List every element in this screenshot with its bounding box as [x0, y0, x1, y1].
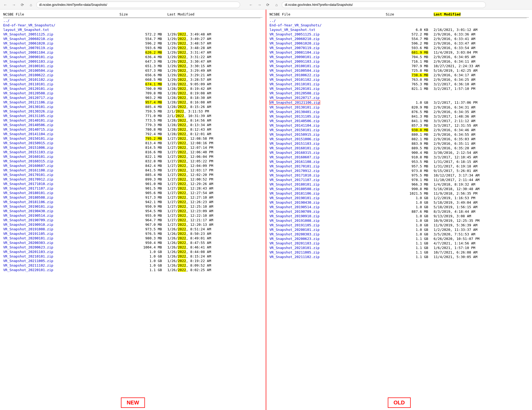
- file-link[interactable]: VR_Snapshot_20191008.zip: [3, 227, 53, 231]
- file-link[interactable]: VR_Snapshot_20130401.zip: [269, 110, 320, 114]
- file-link[interactable]: VR_Snapshot_20191105.zip: [3, 232, 53, 236]
- file-link[interactable]: VR_Snapshot_20190709.zip: [3, 218, 53, 222]
- file-link[interactable]: VR_Snapshot_20211102.zip: [269, 255, 320, 259]
- file-link[interactable]: VR_Snapshot_20190709.zip: [269, 210, 320, 214]
- file-link[interactable]: VR_Snapshot_20190430.zip: [269, 200, 320, 204]
- address-bar-right[interactable]: [282, 2, 486, 8]
- file-link[interactable]: VR_Snapshot_20160101.zip: [3, 155, 53, 159]
- back-button[interactable]: ←: [2, 2, 9, 8]
- file-link[interactable]: VR_Snapshot_20121106.zip: [3, 100, 53, 104]
- file-link[interactable]: VR_Snapshot_20181106.zip: [3, 200, 53, 204]
- file-link[interactable]: VR_Snapshot_20120508.zip: [269, 91, 320, 95]
- file-link[interactable]: VR_Snapshot_20171010.zip: [3, 182, 53, 186]
- file-link[interactable]: VR_Snapshot_20170912.zip: [269, 169, 320, 173]
- file-link[interactable]: VR_Snapshot_20101102.zip: [3, 78, 53, 82]
- file-link[interactable]: VR_Snapshot_20190101.zip: [269, 196, 320, 200]
- file-link[interactable]: VR_Snapshot_20131105.zip: [269, 114, 320, 118]
- file-link[interactable]: VR_Snapshot_20121106.zip: [269, 100, 320, 105]
- address-bar[interactable]: [36, 2, 240, 8]
- file-link[interactable]: VR_Snapshot_20171107.zip: [3, 186, 53, 190]
- parent-link[interactable]: ../: [3, 19, 9, 23]
- forward-button[interactable]: →: [11, 2, 17, 8]
- file-link[interactable]: VR_Snapshot_20061020.zip: [269, 41, 320, 45]
- file-link[interactable]: VR_Snapshot_20171107.zip: [269, 178, 320, 182]
- file-link[interactable]: VR_Snapshot_20110101.zip: [269, 82, 320, 86]
- file-link[interactable]: VR_Snapshot_20160315.zip: [3, 159, 53, 163]
- file-link[interactable]: VR_Snapshot_20150101.zip: [3, 136, 53, 140]
- file-link[interactable]: VR_Snapshot_20190910.zip: [3, 223, 53, 227]
- file-link[interactable]: VR_Snapshot_20081104.zip: [269, 50, 320, 54]
- file-link[interactable]: VR_Snapshot_20091103.zip: [269, 59, 320, 63]
- file-link[interactable]: VR_Snapshot_20120717.zip: [269, 96, 320, 100]
- forward-button-right[interactable]: →: [256, 2, 263, 8]
- file-link[interactable]: VR_Snapshot_20141104.zip: [269, 123, 320, 127]
- file-link[interactable]: VR_Snapshot_20141104.zip: [3, 132, 53, 136]
- file-link[interactable]: VR_Snapshot_20130101.zip: [269, 105, 320, 109]
- file-link[interactable]: VR_Snapshot_20140101.zip: [3, 118, 53, 122]
- file-link[interactable]: VR_Snapshot_20100504.zip: [269, 69, 320, 73]
- file-link[interactable]: VR_Snapshot_20191008.zip: [269, 219, 320, 223]
- file-link[interactable]: VR_Snapshot_20100504.zip: [3, 69, 53, 73]
- file-link[interactable]: VR_Snapshot_20150915.zip: [3, 141, 53, 145]
- file-link[interactable]: VR_Snapshot_20200101.zip: [3, 236, 53, 240]
- file-link[interactable]: VR_Snapshot_20180101.zip: [269, 182, 320, 186]
- file-link[interactable]: VR_Snapshot_20090101.zip: [269, 55, 320, 59]
- file-link[interactable]: VR_Snapshot_20200101.zip: [269, 228, 320, 232]
- file-link[interactable]: VR_Snapshot_20151006.zip: [3, 146, 53, 150]
- reload-button[interactable]: ⟳: [19, 2, 26, 8]
- file-link[interactable]: VR_Snapshot_20160101.zip: [269, 146, 320, 150]
- file-link[interactable]: VR_Snapshot_20200623.zip: [3, 245, 53, 249]
- file-link[interactable]: VR_Snapshot_20091103.zip: [3, 59, 53, 63]
- file-link[interactable]: VR_Snapshot_20211005.zip: [269, 250, 320, 254]
- file-link[interactable]: VR_Snapshot_20120508.zip: [3, 91, 53, 95]
- file-link[interactable]: VR_Snapshot_20140506.zip: [269, 119, 320, 123]
- file-link[interactable]: VR_Snapshot_20140715.zip: [3, 127, 53, 131]
- file-link[interactable]: VR_Snapshot_20200623.zip: [269, 237, 320, 241]
- file-link[interactable]: VR_Snapshot_20120717.zip: [3, 96, 53, 100]
- folder-link[interactable]: End-of-Year_VR_Snapshots/: [269, 23, 322, 27]
- file-link[interactable]: VR_Snapshot_20100101.zip: [3, 64, 53, 68]
- file-link[interactable]: VR_Snapshot_20220101.zip: [3, 268, 53, 272]
- reload-button-right[interactable]: ⟳: [265, 2, 271, 8]
- file-link[interactable]: VR_Snapshot_20190514.zip: [3, 214, 53, 218]
- file-link[interactable]: VR_Snapshot_20160607.zip: [269, 155, 320, 159]
- file-link[interactable]: VR_Snapshot_20150101.zip: [269, 128, 320, 132]
- file-link[interactable]: VR_Snapshot_20181106.zip: [269, 191, 320, 195]
- home-button-right[interactable]: ⌂: [273, 2, 280, 8]
- file-link[interactable]: VR_Snapshot_20170101.zip: [269, 164, 320, 168]
- parent-link[interactable]: ../: [269, 19, 276, 23]
- file-link[interactable]: VR_Snapshot_20110101.zip: [3, 82, 53, 86]
- file-link[interactable]: VR_Snapshot_20140506.zip: [3, 123, 53, 127]
- file-link[interactable]: VR_Snapshot_20130326.zip: [3, 109, 53, 113]
- file-link[interactable]: VR_Snapshot_20130101.zip: [3, 105, 53, 109]
- file-link[interactable]: VR_Snapshot_20190101.zip: [3, 204, 53, 208]
- file-link[interactable]: layout_VR_Snapshot.txt: [3, 28, 49, 32]
- file-link[interactable]: VR_Snapshot_20200303.zip: [269, 232, 320, 236]
- file-link[interactable]: VR_Snapshot_20100622.zip: [269, 73, 320, 77]
- file-link[interactable]: VR_Snapshot_20210101.zip: [3, 254, 53, 258]
- file-link[interactable]: VR_Snapshot_20161108.zip: [3, 168, 53, 172]
- file-link[interactable]: VR_Snapshot_20060210.zip: [269, 37, 320, 41]
- file-link[interactable]: VR_Snapshot_20170101.zip: [3, 173, 53, 177]
- file-link[interactable]: VR_Snapshot_20190514.zip: [269, 205, 320, 209]
- file-link[interactable]: VR_Snapshot_20100101.zip: [269, 64, 320, 68]
- file-link[interactable]: VR_Snapshot_20211102.zip: [3, 263, 53, 267]
- file-link[interactable]: VR_Snapshot_20160607.zip: [3, 164, 53, 168]
- file-link[interactable]: VR_Snapshot_20180101.zip: [3, 191, 53, 195]
- file-link[interactable]: VR_Snapshot_20151103.zip: [3, 150, 53, 154]
- home-button[interactable]: ⌂: [28, 2, 34, 8]
- folder-link[interactable]: End-of-Year_VR_Snapshots/: [3, 23, 55, 27]
- file-link[interactable]: VR_Snapshot_20060210.zip: [3, 37, 53, 41]
- file-link[interactable]: VR_Snapshot_20100622.zip: [3, 73, 53, 77]
- file-link[interactable]: VR_Snapshot_20161108.zip: [269, 160, 320, 164]
- file-link[interactable]: VR_Snapshot_20051125.zip: [3, 32, 53, 36]
- file-link[interactable]: VR_Snapshot_20190910.zip: [269, 214, 320, 218]
- file-link[interactable]: VR_Snapshot_20150915.zip: [269, 132, 320, 136]
- file-link[interactable]: VR_Snapshot_20131105.zip: [3, 114, 53, 118]
- file-link[interactable]: VR_Snapshot_20191105.zip: [269, 223, 320, 227]
- file-link[interactable]: VR_Snapshot_20190430.zip: [3, 209, 53, 213]
- file-link[interactable]: VR_Snapshot_20170912.zip: [3, 177, 53, 181]
- file-link[interactable]: VR_Snapshot_20200303.zip: [3, 241, 53, 245]
- file-link[interactable]: VR_Snapshot_20090101.zip: [3, 55, 53, 59]
- file-link[interactable]: VR_Snapshot_20120101.zip: [3, 87, 53, 91]
